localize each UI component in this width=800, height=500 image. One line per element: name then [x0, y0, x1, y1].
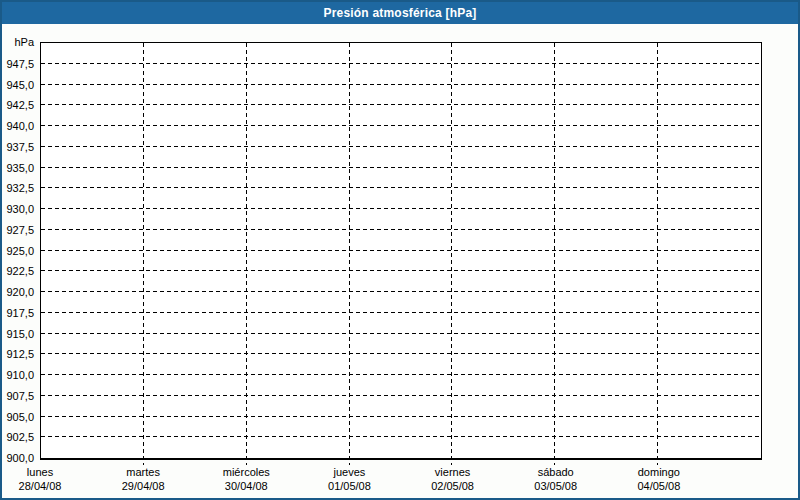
day-name: miércoles: [223, 465, 270, 479]
h-gridline: [41, 291, 761, 292]
y-axis-tick-label: 905,0: [6, 410, 34, 424]
x-axis-day-label: jueves01/05/08: [328, 465, 371, 493]
y-axis-tick-label: 917,5: [6, 306, 34, 320]
y-axis-tick-label: 925,0: [6, 244, 34, 258]
day-name: martes: [122, 465, 165, 479]
y-axis-tick-label: 947,5: [6, 57, 34, 71]
y-axis-tick-label: 912,5: [6, 347, 34, 361]
y-axis-tick-label: 920,0: [6, 285, 34, 299]
h-gridline: [41, 208, 761, 209]
h-gridline: [41, 312, 761, 313]
v-gridline: [451, 43, 452, 465]
h-gridline: [41, 84, 761, 85]
y-axis-tick-label: 910,0: [6, 368, 34, 382]
h-gridline: [41, 270, 761, 271]
day-date: 28/04/08: [19, 479, 62, 493]
x-axis-day-label: viernes02/05/08: [431, 465, 474, 493]
y-axis-tick-label: 915,0: [6, 327, 34, 341]
x-axis: lunes28/04/08martes29/04/08miércoles30/0…: [40, 465, 762, 497]
h-gridline: [41, 63, 761, 64]
h-gridline: [41, 104, 761, 105]
y-axis-tick-label: 930,0: [6, 202, 34, 216]
chart-body: hPa 947,5945,0942,5940,0937,5935,0932,59…: [2, 24, 798, 498]
day-date: 29/04/08: [122, 479, 165, 493]
y-axis-tick-label: 940,0: [6, 119, 34, 133]
y-axis-tick-label: 922,5: [6, 264, 34, 278]
h-gridline: [41, 187, 761, 188]
h-gridline: [41, 436, 761, 437]
h-gridline: [41, 374, 761, 375]
v-gridline: [349, 43, 350, 465]
h-gridline: [41, 125, 761, 126]
chart-title-bar: Presión atmosférica [hPa]: [2, 2, 798, 24]
day-name: domingo: [637, 465, 680, 479]
y-axis-unit-label: hPa: [14, 35, 34, 49]
y-axis: hPa 947,5945,0942,5940,0937,5935,0932,59…: [2, 42, 37, 460]
v-gridline: [246, 43, 247, 465]
y-axis-tick-label: 902,5: [6, 430, 34, 444]
y-axis-tick-label: 937,5: [6, 140, 34, 154]
day-date: 01/05/08: [328, 479, 371, 493]
day-date: 30/04/08: [223, 479, 270, 493]
day-date: 04/05/08: [637, 479, 680, 493]
h-gridline: [41, 167, 761, 168]
y-axis-tick-label: 907,5: [6, 389, 34, 403]
x-axis-day-label: domingo04/05/08: [637, 465, 680, 493]
y-axis-tick-label: 942,5: [6, 98, 34, 112]
y-axis-tick-label: 935,0: [6, 161, 34, 175]
y-axis-tick-label: 927,5: [6, 223, 34, 237]
x-axis-day-label: lunes28/04/08: [19, 465, 62, 493]
plot-area: [40, 42, 762, 460]
h-gridline: [41, 395, 761, 396]
h-gridline: [41, 146, 761, 147]
y-axis-tick-label: 900,0: [6, 451, 34, 465]
h-gridline: [41, 353, 761, 354]
x-axis-day-label: sábado03/05/08: [534, 465, 577, 493]
pressure-chart-window: Presión atmosférica [hPa] hPa 947,5945,0…: [0, 0, 800, 500]
day-date: 03/05/08: [534, 479, 577, 493]
h-gridline: [41, 416, 761, 417]
v-gridline: [554, 43, 555, 465]
chart-title: Presión atmosférica [hPa]: [323, 6, 476, 20]
day-name: sábado: [534, 465, 577, 479]
v-gridline: [657, 43, 658, 465]
y-axis-tick-label: 945,0: [6, 78, 34, 92]
day-date: 02/05/08: [431, 479, 474, 493]
x-axis-day-label: martes29/04/08: [122, 465, 165, 493]
h-gridline: [41, 229, 761, 230]
y-axis-tick-label: 932,5: [6, 181, 34, 195]
day-name: jueves: [328, 465, 371, 479]
day-name: viernes: [431, 465, 474, 479]
v-gridline: [143, 43, 144, 465]
day-name: lunes: [19, 465, 62, 479]
h-gridline: [41, 333, 761, 334]
h-gridline: [41, 250, 761, 251]
x-axis-day-label: miércoles30/04/08: [223, 465, 270, 493]
